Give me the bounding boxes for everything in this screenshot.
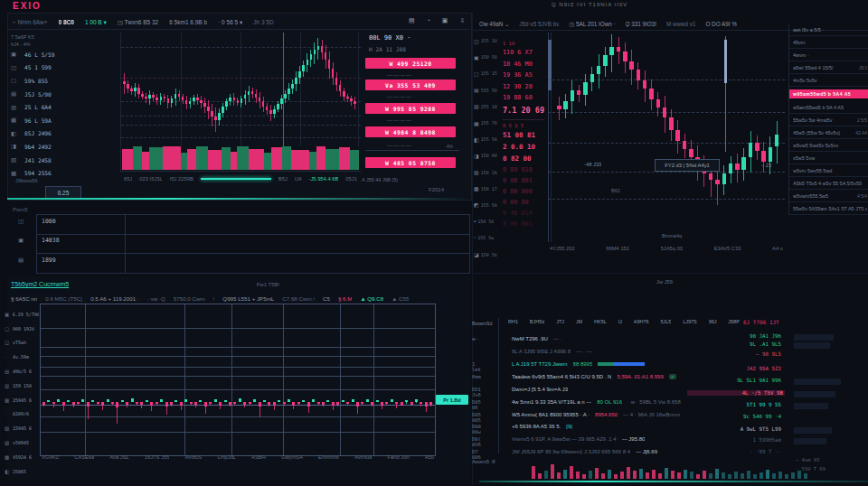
toolbar-item[interactable]: ▲ C55 <box>392 295 409 302</box>
detail-icon-row[interactable]: ▣150 50 <box>474 49 501 65</box>
orders-header-cell[interactable]: BJH5d <box>530 319 545 324</box>
overview-sidebar-row[interactable]: ▨v50945 <box>5 435 39 450</box>
detail-candlestick-chart[interactable]: -48 J33FY2 d3 | 5%d A4y1– 23B62Bmma4q <box>548 33 785 242</box>
detail-icon-row[interactable]: ▥255 10 <box>474 98 501 115</box>
detail-icon-row[interactable]: ◫155 10 <box>474 33 501 49</box>
toolbar-item[interactable]: 0.5 A6 + 119.2001 · <box>90 295 139 302</box>
book-price-row[interactable]: 0 80 000 <box>503 186 544 197</box>
toolbar-item[interactable]: ◳ 5AL 201 IOwn · <box>569 21 615 27</box>
book-price-row[interactable]: 0 40 010 <box>503 208 544 219</box>
toolbar-item[interactable]: · vw ·Q <box>147 295 165 302</box>
market-list-item[interactable]: 45w5 (55w 5v 45v5v)42 A4 <box>789 126 868 139</box>
sidebar-row[interactable]: ▤J5J 5/90 <box>11 88 118 101</box>
book-price-row[interactable]: 0 09 00 <box>503 197 544 208</box>
book-price-row[interactable]: 19 88 60 <box>503 92 544 104</box>
orders-header-cell[interactable]: HK5L <box>594 319 607 324</box>
detail-icon-row[interactable]: ▪150 56 <box>474 213 501 229</box>
market-list-item[interactable]: w5vw5 5wd5v 5v5vv <box>789 139 868 152</box>
toolbar-item[interactable]: ▲ Q9.C8 <box>360 295 383 302</box>
market-list-item[interactable]: 45vm <box>789 36 868 49</box>
market-list-item[interactable]: awt i5v a 5/5 · <box>789 23 868 36</box>
price-alert-badge[interactable]: W 4984 8 8498 <box>365 126 456 137</box>
book-price-row[interactable]: 51 08 81 <box>503 129 544 141</box>
toolbar-item[interactable]: Q995 L551 + JP5mL <box>222 295 274 302</box>
book-price-row[interactable]: 8 00 001 <box>503 219 544 229</box>
orders-header-cell[interactable]: A9H76 <box>634 319 649 324</box>
detail-icon-row[interactable]: ▢155 15 <box>474 65 501 81</box>
orders-header-cell[interactable]: LJ97S <box>683 319 697 324</box>
price-alert-badge[interactable]: W 995 85 9288 <box>365 103 456 114</box>
market-list-item[interactable]: v5w5 5vw <box>789 152 868 164</box>
toolbar-item[interactable]: 5750.0 Cwm <box>174 295 205 302</box>
market-list-item-highlighted[interactable]: w95am55wd5 b 5A4 A5 <box>789 89 868 98</box>
sidebar-row[interactable]: ▧J41 2458 <box>11 154 118 167</box>
overview-sidebar-row[interactable]: ▥159 150 <box>5 379 39 393</box>
sidebar-row[interactable]: ◫45 1 599 <box>11 61 118 75</box>
detail-icon-row[interactable]: ▧150 2A <box>474 164 501 181</box>
price-alert-badge[interactable]: W 485 05 8758 <box>365 157 456 168</box>
detail-icon-row[interactable]: ◧155 5A <box>474 131 501 147</box>
toolbar-item[interactable]: 0 8C0 <box>59 19 74 25</box>
overview-candlestick-chart[interactable] <box>40 304 436 456</box>
overview-sidebar-row[interactable]: ▢909 192V <box>5 322 39 336</box>
toolbar-item[interactable]: C5 <box>323 295 330 302</box>
toolbar-item[interactable]: § 6A5C nn <box>11 295 37 302</box>
toolbar-item[interactable]: C7.68 Cwm / <box>282 295 315 302</box>
book-price-row[interactable]: 2 0.0 10 <box>503 141 544 153</box>
book-price-row[interactable]: 0 08 001 <box>503 175 544 186</box>
book-price-row[interactable]: 10 46 M0 <box>503 59 544 70</box>
overview-sidebar-row[interactable]: ▧15945 6 <box>5 421 39 435</box>
toolbar-icon[interactable]: ▤ <box>409 17 415 24</box>
toolbar-item[interactable]: Ow 49aN ⌄ <box>479 21 509 27</box>
book-price-row[interactable]: 19 36 A5 <box>503 70 544 81</box>
overview-sidebar-row[interactable]: ◧25065 <box>5 464 39 479</box>
toolbar-icon[interactable]: ⇩ <box>459 17 465 24</box>
toolbar-icon[interactable]: ▣ <box>442 17 448 24</box>
sidebar-row[interactable]: ▣46 L 5/59 <box>11 48 118 61</box>
overview-sidebar-row[interactable]: ·4v.59m <box>5 350 39 364</box>
book-price-row[interactable]: 7.1 20 69 <box>503 104 544 117</box>
detail-icon-row[interactable]: ▩150 17 <box>474 181 501 197</box>
sidebar-row[interactable]: ▦96 L 59A <box>11 114 118 127</box>
toolbar-icon[interactable]: ◔ <box>427 17 430 24</box>
orders-header-cell[interactable]: 5JL5 <box>660 319 671 324</box>
detail-icon-row[interactable]: ◪150 5b <box>474 246 501 262</box>
overview-sidebar-row[interactable]: ▣6.29 5/T00 <box>5 307 39 322</box>
main-candlestick-chart[interactable] <box>120 33 361 173</box>
book-price-row[interactable]: 0 89 010 <box>503 164 544 175</box>
book-price-row[interactable]: 110 6 X7 <box>503 47 544 59</box>
toolbar-item[interactable]: · 0 56 5 ▾ <box>218 19 242 26</box>
toolbar-item[interactable]: J5d·v5 5JVB bv <box>519 21 559 27</box>
toolbar-item[interactable]: 6 5km1 6.9B b <box>169 19 207 25</box>
orders-header-cell[interactable]: JM <box>576 319 582 324</box>
chart-chip-box[interactable]: FY2 d3 | 5%d A4y1 <box>655 159 720 172</box>
market-list-item[interactable]: a5wt 55wd 4 15/5/J5/J <box>789 61 868 74</box>
price-alert-badge[interactable]: W 499 25120 <box>365 58 456 69</box>
toolbar-item[interactable]: 0.6 M5C (T5C) <box>45 295 82 302</box>
market-list-item[interactable]: 4wvm · <box>789 49 868 61</box>
detail-icon-row[interactable]: ▤555 50 <box>474 82 501 98</box>
toolbar-item[interactable]: 1 00 B ▾ <box>85 19 107 26</box>
price-alert-badge[interactable]: Va 355 53 409 <box>365 79 456 90</box>
sidebar-row[interactable]: ◧85J 2496 <box>11 127 118 141</box>
orders-header-cell[interactable]: IJ <box>618 319 622 324</box>
toolbar-item[interactable]: M wwwd v1 <box>666 21 696 27</box>
book-price-row[interactable]: 1 10 <box>503 40 544 47</box>
order-book-column[interactable]: 1 10110 6 X710 46 M019 36 A512 30 2019 8… <box>503 40 544 229</box>
sidebar-row[interactable]: ▥25 L 6A4 <box>11 100 118 114</box>
market-list-item[interactable]: w5vm 5wv55 5wd <box>789 164 868 177</box>
detail-icon-row[interactable]: ▫155 5w <box>474 229 501 246</box>
overview-sidebar-row[interactable]: ·6209/6 <box>5 407 39 422</box>
toolbar-item[interactable]: ⌐ NHm 6Aw+ <box>13 19 48 25</box>
overview-sidebar-row[interactable]: ▩V5924 6 <box>5 450 39 464</box>
overview-sidebar-row[interactable]: ▤49b/5 6 <box>5 364 39 379</box>
detail-icon-row[interactable]: ◨150 00 <box>474 147 501 164</box>
toolbar-item[interactable]: O DO A9I % <box>705 21 736 27</box>
market-list-item[interactable]: w5vwm555 5w54 5/4 <box>789 190 868 202</box>
orders-header-cell[interactable]: JTJ <box>556 319 564 324</box>
detail-icon-row[interactable]: ▦155 70 <box>474 115 501 131</box>
detail-icon-row[interactable]: ◩155 5A <box>474 197 501 213</box>
toolbar-item[interactable]: Q 331 9IO3! <box>626 21 656 27</box>
toolbar-item[interactable]: § 6.M <box>338 295 352 302</box>
sidebar-row[interactable]: ◨9b4 2492 <box>11 140 118 154</box>
